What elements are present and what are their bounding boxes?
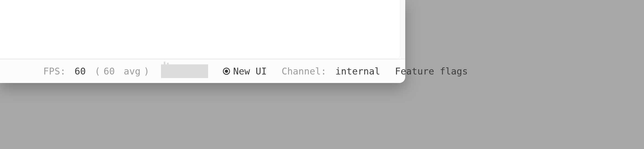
channel-value: internal [335,66,380,77]
editor-area [0,0,405,59]
fps-value: 60 [74,66,86,77]
channel-label: Channel: [281,66,332,77]
new-ui-label: New UI [233,66,267,77]
editor-canvas[interactable] [0,0,400,59]
channel-selector[interactable]: Channel: internal [281,66,380,77]
fps-avg-label: avg [118,66,140,77]
feature-flags-button[interactable]: Feature flags [395,66,468,77]
fps-avg-open: ( [89,66,100,77]
feature-flags-label: Feature flags [395,66,468,77]
status-bar: FPS: 60 ( 60 avg ) New UI Channel: inter… [0,59,405,83]
fps-indicator[interactable]: FPS: 60 ( 60 avg ) [43,64,208,78]
fps-histogram-icon [161,64,208,78]
fps-label: FPS: [43,66,71,77]
fps-avg-close: ) [144,66,149,77]
new-ui-toggle[interactable]: New UI [223,66,267,77]
vertical-scrollbar[interactable] [400,0,405,59]
fps-avg-value: 60 [104,66,115,77]
app-window: FPS: 60 ( 60 avg ) New UI Channel: inter… [0,0,405,83]
radio-selected-icon [223,68,230,75]
